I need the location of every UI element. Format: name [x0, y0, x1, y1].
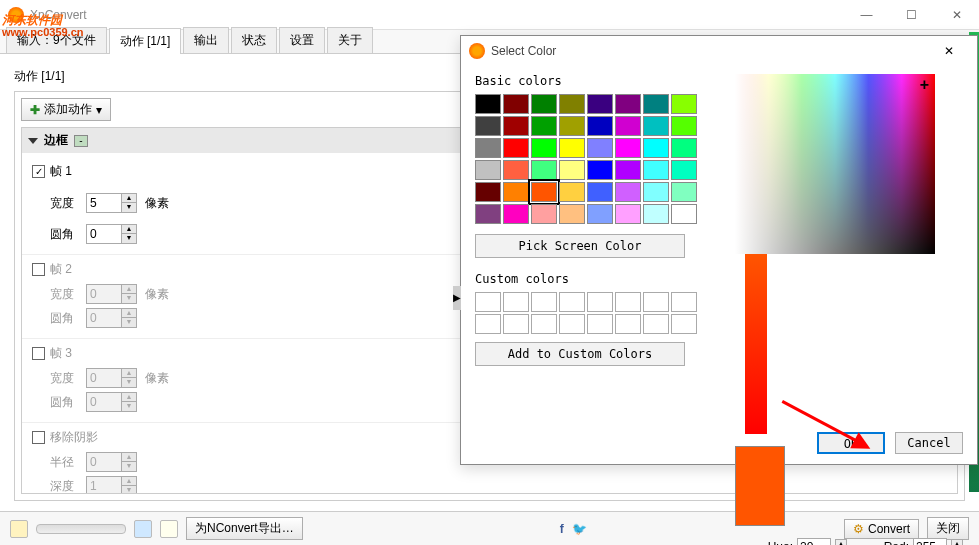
frame2-checkbox[interactable] — [32, 263, 45, 276]
round-label: 圆角 — [50, 226, 78, 243]
dialog-close-button[interactable]: ✕ — [929, 36, 969, 66]
color-swatch[interactable] — [559, 204, 585, 224]
color-swatch[interactable] — [587, 138, 613, 158]
color-swatch[interactable] — [615, 94, 641, 114]
frame2-title: 帧 2 — [50, 261, 72, 278]
color-swatch[interactable] — [671, 160, 697, 180]
script-icon[interactable] — [160, 520, 178, 538]
shadow-depth-spin[interactable]: ▲▼ — [86, 476, 137, 493]
dialog-icon — [469, 43, 485, 59]
frame1-round-spin[interactable]: ▲▼ — [86, 224, 137, 244]
tab-actions[interactable]: 动作 [1/1] — [109, 28, 182, 54]
shadow-checkbox[interactable] — [32, 431, 45, 444]
color-swatch[interactable] — [531, 204, 557, 224]
progress-slider[interactable] — [36, 524, 126, 534]
color-swatch[interactable] — [587, 204, 613, 224]
color-swatch[interactable] — [503, 138, 529, 158]
color-swatch[interactable] — [475, 94, 501, 114]
color-swatch[interactable] — [671, 94, 697, 114]
add-custom-color-button[interactable]: Add to Custom Colors — [475, 342, 685, 366]
frame1-checkbox[interactable] — [32, 165, 45, 178]
color-swatch[interactable] — [531, 160, 557, 180]
color-swatch[interactable] — [503, 94, 529, 114]
action-title: 边框 — [44, 132, 68, 149]
color-swatch[interactable] — [531, 138, 557, 158]
tab-settings[interactable]: 设置 — [279, 27, 325, 53]
color-swatch[interactable] — [503, 116, 529, 136]
export-nconvert-button[interactable]: 为NConvert导出… — [186, 517, 303, 540]
color-swatch[interactable] — [559, 116, 585, 136]
tab-status[interactable]: 状态 — [231, 27, 277, 53]
shadow-title: 移除阴影 — [50, 429, 98, 446]
frame3-width-spin[interactable]: ▲▼ — [86, 368, 137, 388]
custom-colors-label: Custom colors — [475, 272, 715, 286]
color-swatch[interactable] — [531, 94, 557, 114]
unit-label-3: 像素 — [145, 370, 169, 387]
collapse-icon[interactable] — [28, 138, 38, 144]
frame3-title: 帧 3 — [50, 345, 72, 362]
color-swatch[interactable] — [615, 204, 641, 224]
color-swatch[interactable] — [643, 204, 669, 224]
frame3-round-spin[interactable]: ▲▼ — [86, 392, 137, 412]
color-swatch[interactable] — [587, 94, 613, 114]
cancel-button[interactable]: Cancel — [895, 432, 963, 454]
color-swatch[interactable] — [559, 138, 585, 158]
tab-about[interactable]: 关于 — [327, 27, 373, 53]
window-close[interactable]: ✕ — [934, 0, 979, 30]
custom-color-grid[interactable] — [475, 292, 715, 334]
color-swatch[interactable] — [615, 116, 641, 136]
add-action-button[interactable]: ✚添加动作▾ — [21, 98, 111, 121]
color-swatch[interactable] — [671, 204, 697, 224]
save-icon[interactable] — [134, 520, 152, 538]
ok-button[interactable]: OK — [817, 432, 885, 454]
width-label-2: 宽度 — [50, 286, 78, 303]
color-swatch[interactable] — [615, 138, 641, 158]
hue-slider[interactable] — [745, 254, 767, 434]
color-swatch[interactable] — [615, 160, 641, 180]
color-swatch[interactable] — [671, 138, 697, 158]
window-minimize[interactable]: — — [844, 0, 889, 30]
shadow-radius-spin[interactable]: ▲▼ — [86, 452, 137, 472]
window-maximize[interactable]: ☐ — [889, 0, 934, 30]
color-swatch[interactable] — [475, 204, 501, 224]
color-swatch[interactable] — [503, 204, 529, 224]
frame2-round-spin[interactable]: ▲▼ — [86, 308, 137, 328]
frame1-width-spin[interactable]: ▲▼ — [86, 193, 137, 213]
color-swatch[interactable] — [559, 182, 585, 202]
color-swatch[interactable] — [643, 116, 669, 136]
color-swatch[interactable] — [475, 116, 501, 136]
pick-screen-color-button[interactable]: Pick Screen Color — [475, 234, 685, 258]
color-swatch[interactable] — [559, 94, 585, 114]
color-swatch[interactable] — [531, 182, 557, 202]
hue-input[interactable] — [797, 538, 831, 545]
color-swatch[interactable] — [587, 160, 613, 180]
color-swatch[interactable] — [503, 182, 529, 202]
color-swatch[interactable] — [671, 182, 697, 202]
color-swatch[interactable] — [475, 160, 501, 180]
color-gradient-picker[interactable]: + — [735, 74, 935, 254]
red-input[interactable] — [913, 538, 947, 545]
tab-output[interactable]: 输出 — [183, 27, 229, 53]
dialog-title: Select Color — [491, 44, 929, 58]
color-swatch[interactable] — [559, 160, 585, 180]
color-swatch[interactable] — [615, 182, 641, 202]
color-swatch[interactable] — [671, 116, 697, 136]
frame2-width-spin[interactable]: ▲▼ — [86, 284, 137, 304]
red-label: Red: — [863, 540, 909, 545]
remove-action-button[interactable]: - — [74, 135, 88, 147]
color-swatch[interactable] — [587, 182, 613, 202]
color-swatch[interactable] — [643, 160, 669, 180]
color-swatch[interactable] — [643, 94, 669, 114]
color-swatch[interactable] — [643, 138, 669, 158]
folder-open-icon[interactable] — [10, 520, 28, 538]
color-swatch[interactable] — [503, 160, 529, 180]
color-swatch[interactable] — [531, 116, 557, 136]
color-swatch[interactable] — [587, 116, 613, 136]
color-swatch[interactable] — [475, 138, 501, 158]
color-swatch[interactable] — [643, 182, 669, 202]
dialog-expand-toggle[interactable]: ▶ — [453, 286, 461, 310]
frame3-checkbox[interactable] — [32, 347, 45, 360]
basic-color-grid[interactable] — [475, 94, 715, 224]
tab-input[interactable]: 输入：9个文件 — [6, 27, 107, 53]
color-swatch[interactable] — [475, 182, 501, 202]
